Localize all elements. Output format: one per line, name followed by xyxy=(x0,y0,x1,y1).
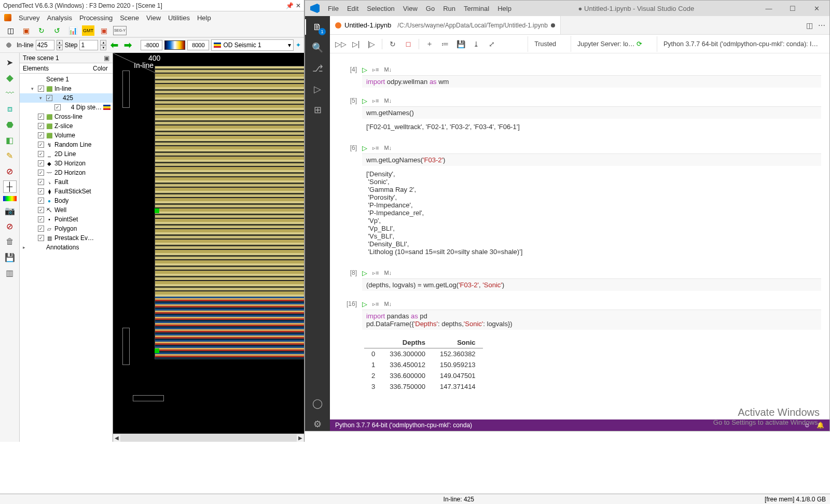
save-icon[interactable]: 💾 xyxy=(455,40,466,48)
trusted-status[interactable]: Trusted xyxy=(528,36,562,52)
menu-processing[interactable]: Processing xyxy=(79,14,113,22)
pointer-icon[interactable]: ➤ xyxy=(3,56,17,68)
tree-row[interactable]: ✓▱Polygon xyxy=(20,224,113,233)
kernel-status[interactable]: Python 3.7.7 64-bit ('odmlpython-cpu-mkl… xyxy=(657,36,824,52)
tree-row[interactable]: ✓▥Prestack Ev… xyxy=(20,233,113,243)
menu-view[interactable]: View xyxy=(146,14,161,22)
tree-row[interactable]: ▾✓425 xyxy=(20,93,113,103)
checkbox[interactable]: ✓ xyxy=(38,226,44,232)
cell-markdown-icon[interactable]: M↓ xyxy=(384,301,392,307)
menu-go[interactable]: Go xyxy=(426,5,435,12)
menu-view[interactable]: View xyxy=(403,5,418,12)
axis-icon[interactable]: ┼ xyxy=(3,180,17,193)
gear-icon[interactable] xyxy=(3,39,15,51)
checkbox[interactable]: ✓ xyxy=(38,198,44,204)
run-by-line-icon[interactable]: ▹≡ xyxy=(372,97,379,104)
checkbox[interactable]: ✓ xyxy=(38,216,44,222)
tree-row[interactable]: Scene 1 xyxy=(20,75,113,84)
tree-row[interactable]: ✓〰2D Horizon xyxy=(20,168,113,177)
checkbox[interactable]: ✓ xyxy=(38,207,44,213)
step-spinner[interactable]: ▲▼ xyxy=(100,40,106,50)
tool-icon[interactable]: ↺ xyxy=(51,25,63,36)
checkbox[interactable]: ✓ xyxy=(46,95,52,101)
vertical-slider[interactable] xyxy=(122,328,130,365)
jupyter-server-status[interactable]: Jupyter Server: lo… ⟳ xyxy=(571,36,648,52)
cell-code[interactable]: wm.getNames() xyxy=(362,106,821,119)
next-arrow-icon[interactable]: ➡ xyxy=(122,40,133,50)
menu-terminal[interactable]: Terminal xyxy=(464,5,489,12)
tree-row[interactable]: ✓🟩Cross-line xyxy=(20,112,113,121)
inline-input[interactable] xyxy=(36,40,54,50)
checkbox[interactable]: ✓ xyxy=(38,132,44,138)
maximize-icon[interactable]: ☐ xyxy=(785,5,800,12)
menu-edit[interactable]: Edit xyxy=(347,5,358,12)
colormap-icon[interactable] xyxy=(3,196,17,201)
brush-icon[interactable]: ✎ xyxy=(3,149,17,162)
checkbox[interactable]: ✓ xyxy=(38,188,44,194)
seismic-select[interactable]: OD Seismic 1 ▾ xyxy=(211,39,294,51)
run-cell-icon[interactable]: ▷ xyxy=(362,269,367,277)
tree-body[interactable]: Scene 1▾✓🟩In-line▾✓425✓4 Dip ste…✓🟩Cross… xyxy=(20,74,113,442)
tree-row[interactable]: ▾✓🟩In-line xyxy=(20,84,113,93)
popout-icon[interactable]: ▣ xyxy=(104,54,109,62)
drag-handle[interactable] xyxy=(155,348,159,353)
checkbox[interactable]: ✓ xyxy=(38,123,44,129)
step-input[interactable] xyxy=(79,40,98,50)
expand-icon[interactable]: ▾ xyxy=(31,86,36,91)
bell-icon[interactable]: 🔔 xyxy=(817,422,824,429)
tool-icon[interactable]: 📊 xyxy=(66,25,79,36)
undo-icon[interactable]: ⊘ xyxy=(3,220,17,232)
seismic-viewer[interactable]: 400 In-line ◀ ▶ xyxy=(113,53,304,442)
run-by-line-icon[interactable]: ▹≡ xyxy=(372,145,379,151)
mesh-icon[interactable]: ⧈ xyxy=(3,103,17,115)
camera-icon[interactable]: 📷 xyxy=(3,204,17,217)
menu-survey[interactable]: Survey xyxy=(19,14,39,22)
tree-row[interactable]: ✓🟩Volume xyxy=(20,131,113,140)
status-kernel[interactable]: Python 3.7.7 64-bit ('odmlpython-cpu-mkl… xyxy=(335,422,472,429)
segy-icon[interactable]: SEG-Y xyxy=(113,26,127,35)
vertical-slider[interactable] xyxy=(122,71,130,108)
tool-icon[interactable]: ▣ xyxy=(20,25,32,36)
tool-icon[interactable]: ◫ xyxy=(4,25,17,36)
account-icon[interactable]: ◯ xyxy=(311,397,324,410)
checkbox[interactable]: ✓ xyxy=(54,104,61,110)
search-icon[interactable]: 🔍 xyxy=(311,41,324,54)
run-all-icon[interactable]: ▷▷ xyxy=(335,40,345,48)
more-icon[interactable]: ⋯ xyxy=(818,21,825,30)
explorer-icon[interactable]: 🗎1 xyxy=(311,20,324,34)
notebook-cell[interactable]: [6]▷▹≡M↓wm.getLogNames('F03-2')['Density… xyxy=(338,142,821,260)
pick-icon[interactable]: ✦ xyxy=(296,41,301,49)
tool-icon[interactable]: ↻ xyxy=(35,25,48,36)
run-by-line-icon[interactable]: ▹≡ xyxy=(372,301,379,307)
cube-icon[interactable]: ◧ xyxy=(3,134,17,146)
extensions-icon[interactable]: ⊞ xyxy=(311,103,324,117)
checkbox[interactable]: ✓ xyxy=(38,151,44,157)
run-cell-icon[interactable]: ▷ xyxy=(362,97,367,105)
cell-markdown-icon[interactable]: M↓ xyxy=(384,145,392,151)
checkbox[interactable]: ✓ xyxy=(38,179,44,185)
export-icon[interactable]: ⤓ xyxy=(471,40,481,48)
checkbox[interactable]: ✓ xyxy=(38,142,44,148)
tree-row[interactable]: ▸Annotations xyxy=(20,243,113,252)
run-below-icon[interactable]: |▷ xyxy=(366,40,377,48)
interrupt-icon[interactable]: □ xyxy=(403,40,413,48)
split-editor-icon[interactable]: ◫ xyxy=(806,21,813,30)
trash-icon[interactable]: 🗑 xyxy=(3,235,17,248)
notebook-cell[interactable]: [4]▷▹≡M↓import odpy.wellman as wm xyxy=(338,64,821,88)
tree-row[interactable]: ✓◆3D Horizon xyxy=(20,159,113,168)
cell-code[interactable]: import pandas as pd pd.DataFrame({'Depth… xyxy=(362,310,821,330)
add-cell-icon[interactable]: ＋ xyxy=(424,39,435,49)
scroll-left-icon[interactable]: ◀ xyxy=(113,435,120,441)
powerpoint-icon[interactable]: ▣ xyxy=(98,25,110,36)
scroll-track[interactable] xyxy=(120,435,297,442)
checkbox[interactable]: ✓ xyxy=(38,170,44,176)
fault-icon[interactable]: ⬣ xyxy=(3,118,17,131)
menu-selection[interactable]: Selection xyxy=(367,5,394,12)
feedback-icon[interactable]: ☺ xyxy=(804,422,810,429)
cell-markdown-icon[interactable]: M↓ xyxy=(384,66,392,73)
notebook-body[interactable]: [4]▷▹≡M↓import odpy.wellman as wm[5]▷▹≡M… xyxy=(330,53,829,419)
scroll-right-icon[interactable]: ▶ xyxy=(297,435,304,441)
expand-icon[interactable]: ▸ xyxy=(23,245,28,250)
cell-code[interactable]: wm.getLogNames('F03-2') xyxy=(362,153,821,166)
notebook-cell[interactable]: [5]▷▹≡M↓wm.getNames()['F02-01_welltrack'… xyxy=(338,95,821,135)
